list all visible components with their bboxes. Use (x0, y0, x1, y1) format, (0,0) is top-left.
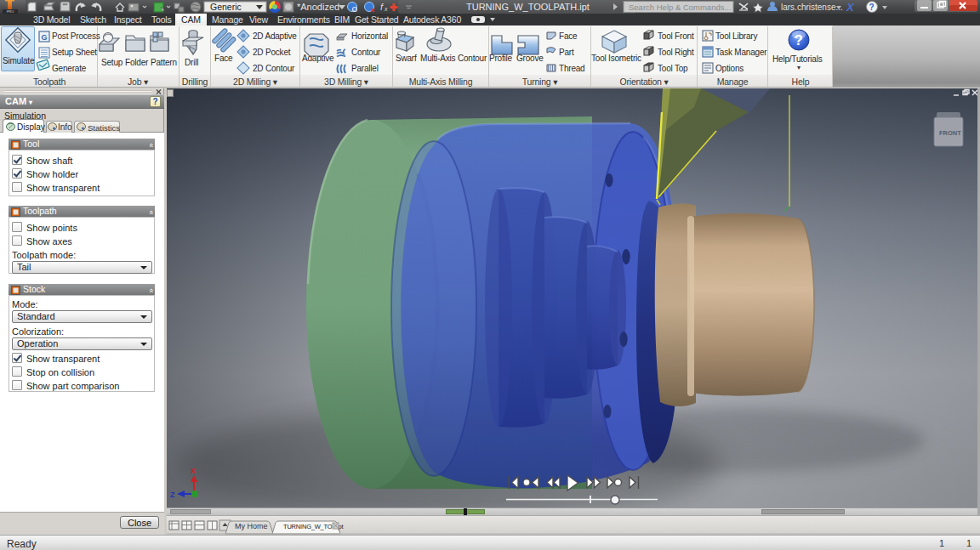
svg-text:X: X (191, 467, 196, 475)
svg-text:f: f (380, 2, 384, 12)
svg-text:Generic: Generic (210, 2, 242, 12)
svg-text:*Anodized: *Anodized (297, 2, 339, 12)
svg-text:Z: Z (170, 490, 175, 499)
svg-text:?: ? (869, 3, 875, 12)
svg-text:Search Help & Commands...: Search Help & Commands... (629, 3, 731, 12)
svg-text:G: G (42, 33, 48, 42)
svg-text:?: ? (795, 32, 803, 48)
svg-text:FRONT: FRONT (939, 129, 961, 137)
svg-text:TURNING_W_TOOLPATH.ipt: TURNING_W_TOOLPATH.ipt (466, 2, 590, 12)
svg-text:lars.christense...: lars.christense... (781, 3, 843, 12)
svg-text:X: X (846, 1, 855, 14)
svg-text:x: x (384, 6, 388, 12)
svg-text:My Home: My Home (235, 522, 268, 530)
